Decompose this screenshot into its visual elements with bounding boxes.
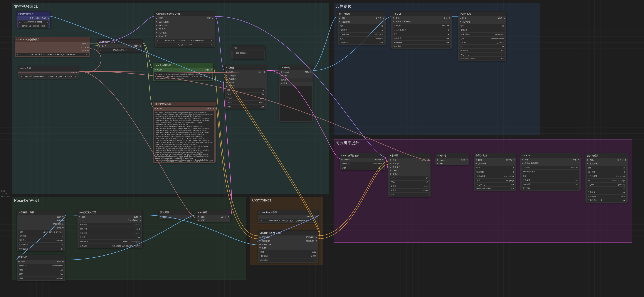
out-clip[interactable]: CLIP xyxy=(134,45,141,47)
in-clip[interactable]: CLIP xyxy=(154,69,162,71)
node-note[interactable]: 注释 114500415005003 xyxy=(231,46,265,60)
node-combine-2[interactable]: 合并为视频 图像文件名 批次管理 帧率20 循环次数0 文件名前缀Animate… xyxy=(458,11,506,61)
widget-seed[interactable]: ◀seed 829881434555554▶ xyxy=(18,20,49,24)
widget-cag[interactable]: ◀control_after_generate fixed▶ xyxy=(18,24,49,28)
widget-vae[interactable]: ◀VAE名称 vae/ft-mse-840000-EmaPruned_vae.s… xyxy=(20,74,78,78)
group-title: Pose姿态检测 xyxy=(14,198,39,203)
out-clip[interactable]: CLIP xyxy=(82,46,88,48)
output-connect[interactable]: 连接到 widget 组件 xyxy=(30,17,49,20)
canvas-info: T 0sO: GPU 0FPS: 50.0 xyxy=(1,190,10,198)
node-ksampler-2[interactable]: K采样器 模型Latent 正面条件 负面条件 Latent 随机种 步数20 … xyxy=(388,153,431,197)
out-model[interactable]: 模型 xyxy=(207,17,213,20)
prompt-neg[interactable]: nsfw,(bikini:0),Paintings,sketches,red l… xyxy=(154,111,214,162)
out-model[interactable]: 模型 xyxy=(82,42,88,45)
node-combine-3[interactable]: 合并为视频 图像文件名 批次管理 帧率10 循环次数0 文件名前缀Animate… xyxy=(474,153,516,191)
node-rife-1[interactable]: RIFE VFI 图像图像 插值帧网络[可选] ckpt名称rife47.pth… xyxy=(391,11,452,49)
node-vae-loader[interactable]: VAE加载器 VAE ◀VAE名称 vae/ft-mse-840000-EmaP… xyxy=(18,66,79,79)
node-animatediff[interactable]: AnimateDiff加载器Gen1 模型模型 上下文设置 动态LoRA AD设… xyxy=(154,11,215,47)
node-primitive[interactable]: Primitive元节点 连接到 widget 组件 ◀seed 8298814… xyxy=(16,11,50,28)
node-combine-1[interactable]: 合并为视频 图像文件名 批次管理 帧率10 循环次数0 文件名前缀Animate… xyxy=(338,11,386,45)
node-clip-neg[interactable]: CLIP文本编码器 CLIP条件 nsfw,(bikini:0),Paintin… xyxy=(153,102,216,163)
node-title: CLIP文本编码器 xyxy=(153,63,213,68)
out-vae[interactable]: VAE xyxy=(82,50,88,52)
node-cn-loader[interactable]: ControlNet加载器 ControlNet ◀ControlNet名称 c… xyxy=(258,210,318,223)
node-combine-4[interactable]: 合并为视频 图像文件名 批次管理 帧率25 循环次数0 文件名前缀Animate… xyxy=(585,153,628,203)
group-title: 合并视频 xyxy=(336,4,351,9)
in-clip[interactable]: CLIP xyxy=(99,45,106,47)
group-title: 文生视频常规 xyxy=(14,4,38,9)
in-model[interactable]: 模型 xyxy=(156,17,163,20)
node-title: CLIP设置停止层 xyxy=(97,40,142,44)
widget-stop[interactable]: ◀停止在CLIP层 -2▶ xyxy=(98,48,141,52)
widget-sched[interactable]: ◀调度器 autoselect▶ xyxy=(156,43,214,47)
group-title: 高分辨率提升 xyxy=(336,140,359,146)
widget-model[interactable]: ◀模型名称 temporaldiff-v1-animatediff.safete… xyxy=(156,39,214,42)
node-clip-pos[interactable]: CLIP文本编码器 CLIP条件 (masterpiece, realistic… xyxy=(153,63,214,81)
node-title: Checkpoint加载器(简易) xyxy=(14,37,90,42)
node-cn-apply[interactable]: ControlNet应用(高级) 正面条件正面条件 负面条件负面条件 Contr… xyxy=(258,230,318,263)
node-clip-skip[interactable]: CLIP设置停止层 CLIPCLIP ◀停止在CLIP层 -2▶ xyxy=(97,40,142,52)
node-title: CLIP文本编码器 xyxy=(153,102,216,106)
node-vae-decode-2[interactable]: VAE解码 Latent图像 VAE xyxy=(435,153,469,165)
preview-area xyxy=(280,86,312,121)
node-title: VAE加载器 xyxy=(18,66,79,71)
in-clip[interactable]: CLIP xyxy=(154,107,162,110)
node-title: Primitive元节点 xyxy=(16,12,50,16)
node-preview[interactable]: 预览图像 图像 xyxy=(158,210,192,219)
node-load-video[interactable]: 加载视频（路径） 图像 帧数 视频信息 音频 视频./digut_sample_… xyxy=(17,210,65,251)
widget-ckpt[interactable]: ◀Checkpoint名称 SD1.5/majicmixRealistic_v7… xyxy=(16,52,89,56)
node-ksampler[interactable]: K采样器 模型Latent 正面条件 负面条件 Latent 随机种 步数26 … xyxy=(224,65,267,109)
node-title: VAE解码 xyxy=(279,65,313,70)
node-checkpoint[interactable]: Checkpoint加载器(简易) 模型 CLIP VAE ◀Checkpoin… xyxy=(14,37,90,57)
node-vae-encode[interactable]: VAE编码 图像Latent VAE xyxy=(196,210,230,222)
node-title: 注释 xyxy=(232,46,265,50)
node-image-scale[interactable]: 图像缩放 图像图像 缩放方法nearest-exact 宽度512 高度768 … xyxy=(17,255,65,281)
node-latent-scale[interactable]: Latent按系数缩放 LatentLatent 缩放方法nearest-exa… xyxy=(340,153,385,170)
out-cond[interactable]: 条件 xyxy=(205,68,212,71)
node-title: AnimateDiff加载器Gen1 xyxy=(154,12,215,16)
prompt-pos[interactable]: (masterpiece, realistic,best quality),(r… xyxy=(154,72,212,80)
note-body[interactable]: 114500415005003 xyxy=(232,51,264,59)
node-dw-pose[interactable]: DW姿态预处理器 图像图像 姿态关键点 检测手部enable 检测身体enabl… xyxy=(77,210,142,248)
group-title: ControlNet xyxy=(252,198,271,202)
node-title: K采样器 xyxy=(224,65,267,70)
out-vae[interactable]: VAE xyxy=(71,72,77,74)
node-rife-2[interactable]: RIFE VFI 图像图像 插值帧网络[可选] ckpt名称rife47.pth… xyxy=(520,153,581,191)
out-cond[interactable]: 条件 xyxy=(208,107,214,110)
node-vae-decode[interactable]: VAE解码 Latent图像 VAE 预览图像 图像 xyxy=(279,65,313,122)
